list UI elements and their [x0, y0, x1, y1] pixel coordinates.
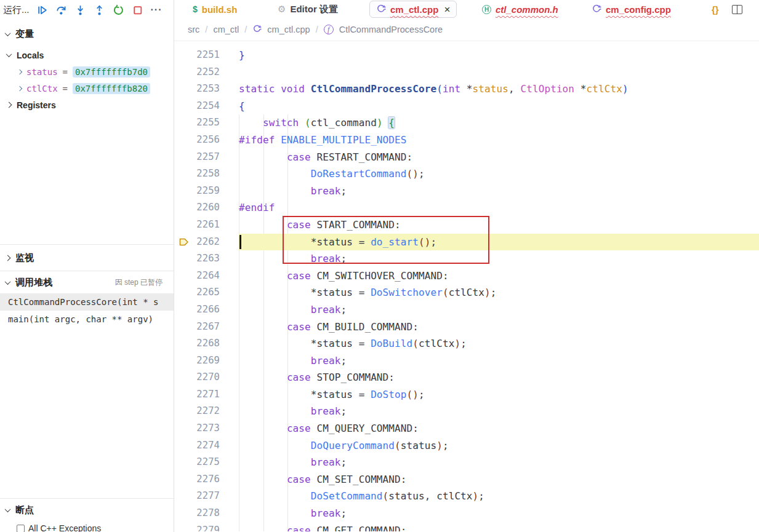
breakpoint-checkbox[interactable] [17, 525, 25, 532]
braces-action[interactable]: {} [712, 0, 719, 18]
line-number[interactable]: 2255 [174, 114, 220, 132]
line-number[interactable]: 2261 [174, 216, 220, 234]
breakpoints-header[interactable]: 断点 [0, 499, 174, 521]
code-line[interactable]: 2256#ifdef ENABLE_MULTIPLE_NODES [174, 132, 759, 149]
line-number[interactable]: 2278 [174, 505, 220, 522]
line-number[interactable]: 2256 [174, 132, 220, 149]
code-line[interactable]: 2252 [174, 64, 759, 81]
line-number[interactable]: 2269 [174, 352, 220, 370]
line-number[interactable]: 2275 [174, 454, 220, 471]
line-number[interactable]: 2254 [174, 98, 220, 115]
code-line[interactable]: 2258 DoRestartCommand(); [174, 165, 759, 183]
code-line[interactable]: 2275 break; [174, 454, 759, 471]
line-number[interactable]: 2279 [174, 522, 220, 531]
code-line[interactable]: 2279 case CM_GET_COMMAND: [174, 522, 759, 531]
split-editor-action[interactable] [732, 0, 742, 18]
more-actions-icon[interactable]: ··· [150, 4, 163, 16]
line-number[interactable]: 2266 [174, 301, 220, 319]
line-number[interactable]: 2274 [174, 437, 220, 455]
code-line[interactable]: 2265 *status = DoSwitchover(ctlCtx); [174, 284, 759, 301]
code-line[interactable]: 2264 case CM_SWITCHOVER_COMMAND: [174, 268, 759, 285]
chevron-right-icon[interactable] [17, 85, 22, 90]
code-line[interactable]: 2266 break; [174, 301, 759, 319]
code-token: CM_QUERY_COMMAND: [311, 423, 419, 434]
code-line[interactable]: 2271 *status = DoStop(); [174, 386, 759, 403]
line-number[interactable]: 2264 [174, 268, 220, 285]
line-number[interactable]: 2267 [174, 319, 220, 336]
code-line[interactable]: 2273 case CM_QUERY_COMMAND: [174, 420, 759, 437]
code-line[interactable]: 2272 break; [174, 403, 759, 420]
variable-row-ctlctx[interactable]: ctlCtx = 0x7fffffffb820 [0, 80, 174, 97]
tab-build-sh[interactable]: $ build.sh [193, 0, 237, 18]
tab-ctl-common-h[interactable]: H ctl_common.h [482, 0, 558, 18]
tab-bar: $ build.sh ⚙ Editor 设置 cm_ctl.cpp × H ct… [174, 0, 759, 18]
code-line[interactable]: 2274 DoQueryCommand(status); [174, 437, 759, 455]
locals-group[interactable]: Locals [0, 47, 174, 63]
code-line[interactable]: 2263 break; [174, 250, 759, 268]
line-number[interactable]: 2276 [174, 471, 220, 488]
code-line[interactable]: 2276 case CM_SET_COMMAND: [174, 471, 759, 488]
code-line[interactable]: 2267 case CM_BUILD_COMMAND: [174, 319, 759, 336]
breakpoint-row[interactable]: All C++ Exceptions [0, 521, 174, 532]
chevron-right-icon[interactable] [17, 69, 22, 74]
code-line[interactable]: 2261 case START_COMMAND: [174, 216, 759, 234]
tab-cm-ctl-cpp[interactable]: cm_ctl.cpp × [369, 1, 457, 18]
code-token: * [460, 83, 472, 95]
stack-frame[interactable]: main(int argc, char ** argv) [0, 311, 174, 328]
line-number[interactable]: 2277 [174, 488, 220, 505]
code-line[interactable]: 2262 *status = do_start(); [174, 234, 759, 251]
code-line[interactable]: 2251} [174, 47, 759, 64]
restart-icon[interactable] [112, 4, 124, 16]
line-number[interactable]: 2273 [174, 420, 220, 437]
line-number[interactable]: 2252 [174, 64, 220, 81]
line-number[interactable]: 2257 [174, 149, 220, 166]
code-line[interactable]: 2255 switch (ctl_command) { [174, 114, 759, 132]
breadcrumb-item-cm-ctl[interactable]: cm_ctl [213, 25, 239, 34]
line-number[interactable]: 2272 [174, 403, 220, 420]
line-number[interactable]: 2265 [174, 284, 220, 301]
call-stack-header[interactable]: 调用堆栈 因 step 已暂停 [0, 271, 174, 293]
line-number[interactable]: 2251 [174, 47, 220, 64]
line-number[interactable]: 2268 [174, 335, 220, 352]
stack-frame[interactable]: CtlCommandProcessCore(int * s [0, 293, 174, 311]
code-token: void [281, 83, 305, 95]
code-token: case [287, 151, 311, 163]
watch-section[interactable]: 监视 [0, 245, 174, 271]
line-number[interactable]: 2271 [174, 386, 220, 403]
line-number[interactable]: 2263 [174, 250, 220, 268]
code-token: case [287, 474, 311, 485]
close-icon[interactable]: × [444, 4, 450, 15]
code-line[interactable]: 2253static void CtlCommandProcessCore(in… [174, 81, 759, 98]
continue-icon[interactable] [36, 4, 48, 16]
breadcrumb-item-src[interactable]: src [188, 25, 199, 34]
code-line[interactable]: 2270 case STOP_COMMAND: [174, 369, 759, 386]
tab-editor-settings[interactable]: ⚙ Editor 设置 [278, 0, 338, 18]
code-line[interactable]: 2259 break; [174, 183, 759, 200]
code-line[interactable]: 2268 *status = DoBuild(ctlCtx); [174, 335, 759, 352]
line-number[interactable]: 2262 [174, 234, 220, 251]
code-line[interactable]: 2254{ [174, 98, 759, 115]
breadcrumb-item-function[interactable]: CtlCommandProcessCore [339, 25, 443, 34]
stop-icon[interactable] [131, 4, 143, 16]
code-token: #ifdef [239, 134, 275, 146]
line-number[interactable]: 2253 [174, 81, 220, 98]
line-number[interactable]: 2259 [174, 183, 220, 200]
line-number[interactable]: 2270 [174, 369, 220, 386]
registers-group[interactable]: Registers [0, 97, 174, 113]
line-number[interactable]: 2258 [174, 165, 220, 183]
step-over-icon[interactable] [55, 4, 67, 16]
code-line[interactable]: 2277 DoSetCommand(status, ctlCtx); [174, 488, 759, 505]
code-line[interactable]: 2269 break; [174, 352, 759, 370]
variables-header[interactable]: 变量 [0, 25, 174, 43]
code-line[interactable]: 2278 break; [174, 505, 759, 522]
code-area[interactable]: 2251}22522253static void CtlCommandProce… [174, 41, 759, 531]
step-out-icon[interactable] [93, 4, 105, 16]
tab-cm-config-cpp[interactable]: cm_config.cpp [592, 0, 671, 18]
code-line[interactable]: 2260#endif [174, 199, 759, 216]
code-token: CM_SWITCHOVER_COMMAND: [311, 270, 449, 282]
line-number[interactable]: 2260 [174, 199, 220, 216]
code-line[interactable]: 2257 case RESTART_COMMAND: [174, 149, 759, 166]
breadcrumb-item-file[interactable]: cm_ctl.cpp [267, 25, 310, 34]
step-into-icon[interactable] [74, 4, 86, 16]
variable-row-status[interactable]: status = 0x7fffffffb7d0 [0, 63, 174, 80]
